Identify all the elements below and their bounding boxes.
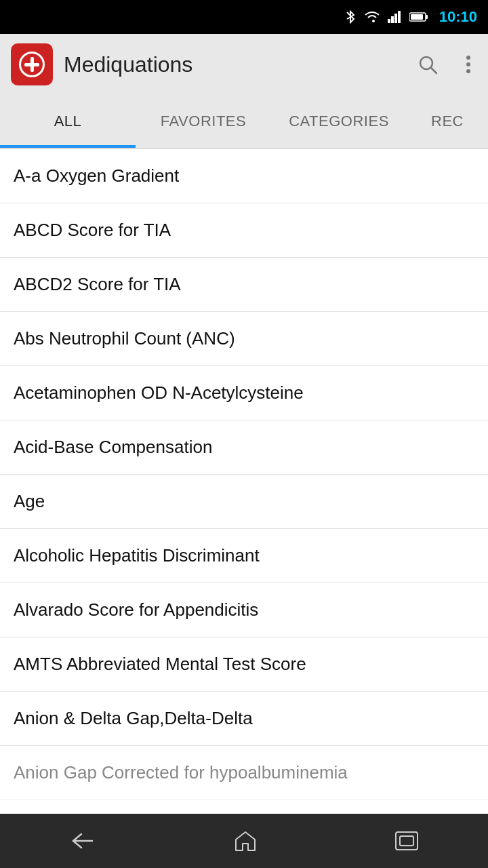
wifi-icon <box>363 10 381 24</box>
recents-button[interactable] <box>374 824 439 858</box>
tab-favorites[interactable]: FAVORITES <box>136 95 271 148</box>
app-icon-inner <box>19 52 45 77</box>
tab-rec[interactable]: REC <box>407 95 488 148</box>
app-toolbar: Mediquations <box>0 34 488 95</box>
svg-rect-1 <box>391 16 394 23</box>
list-item[interactable]: Alvarado Score for Appendicitis <box>0 583 488 637</box>
more-button[interactable] <box>460 50 477 79</box>
list-item[interactable]: Acetaminophen OD N-Acetylcysteine <box>0 366 488 420</box>
svg-rect-2 <box>394 14 397 23</box>
svg-line-8 <box>431 68 436 73</box>
list-item[interactable]: ABCD2 Score for TIA <box>0 258 488 312</box>
svg-rect-12 <box>396 832 418 850</box>
toolbar-actions <box>412 49 477 80</box>
svg-rect-13 <box>400 836 413 846</box>
bluetooth-icon <box>344 9 357 24</box>
svg-rect-5 <box>426 15 428 19</box>
search-button[interactable] <box>412 49 443 80</box>
status-icons: 10:10 <box>344 8 477 26</box>
back-button[interactable] <box>49 824 117 858</box>
home-button[interactable] <box>214 823 277 859</box>
signal-icon <box>388 11 403 23</box>
list-item[interactable]: Abs Neutrophil Count (ANC) <box>0 312 488 366</box>
calculator-list: A-a Oxygen Gradient ABCD Score for TIA A… <box>0 149 488 814</box>
svg-rect-3 <box>398 11 401 23</box>
list-item[interactable]: Acid-Base Compensation <box>0 420 488 475</box>
svg-rect-0 <box>388 19 390 23</box>
status-time: 10:10 <box>439 8 477 26</box>
status-bar: 10:10 <box>0 0 488 34</box>
svg-point-11 <box>466 69 470 73</box>
app-icon <box>11 43 53 85</box>
list-item[interactable]: AMTS Abbreviated Mental Test Score <box>0 637 488 692</box>
svg-point-9 <box>466 56 470 60</box>
app-title: Mediquations <box>64 52 401 77</box>
list-item[interactable]: ABCD Score for TIA <box>0 203 488 258</box>
list-item[interactable]: Alcoholic Hepatitis Discriminant <box>0 529 488 583</box>
list-item-partial[interactable]: Anion Gap Corrected for hypoalbuminemia <box>0 746 488 800</box>
list-item[interactable]: A-a Oxygen Gradient <box>0 149 488 203</box>
bottom-navigation <box>0 814 488 868</box>
cross-vertical <box>30 57 34 72</box>
svg-rect-6 <box>411 14 423 20</box>
list-item[interactable]: Age <box>0 475 488 529</box>
list-item[interactable]: Anion & Delta Gap,Delta-Delta <box>0 692 488 746</box>
battery-icon <box>409 12 428 22</box>
tab-bar: ALL FAVORITES CATEGORIES REC <box>0 95 488 149</box>
tab-all[interactable]: ALL <box>0 95 136 148</box>
svg-point-10 <box>466 62 470 66</box>
tab-categories[interactable]: CATEGORIES <box>271 95 407 148</box>
